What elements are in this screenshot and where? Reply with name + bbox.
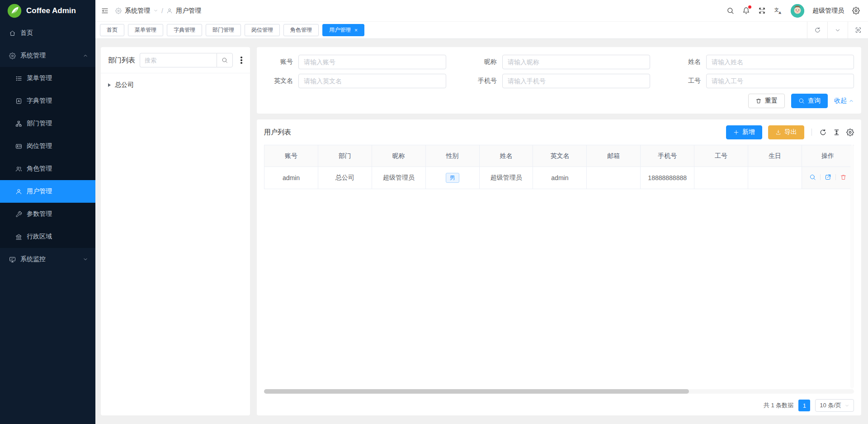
sidebar-item-post-management[interactable]: 岗位管理 <box>0 135 95 157</box>
chevron-down-icon[interactable] <box>827 22 848 38</box>
user-icon <box>15 188 22 195</box>
sidebar-item-param-management[interactable]: 参数管理 <box>0 203 95 225</box>
edit-row-icon[interactable] <box>825 174 831 181</box>
horizontal-scrollbar-track <box>264 389 854 394</box>
reset-button[interactable]: 重置 <box>748 94 785 108</box>
sidebar-item-label: 菜单管理 <box>27 74 52 82</box>
add-user-button[interactable]: 新增 <box>726 125 762 139</box>
toolbar-actions: 新增 导出 <box>726 125 854 139</box>
sidebar-item-system-monitor[interactable]: 系统监控 <box>0 248 95 271</box>
trash-icon <box>755 98 762 104</box>
cell-en-name: admin <box>533 167 587 189</box>
tab-dept-management[interactable]: 部门管理 <box>206 24 241 36</box>
cell-nickname: 超级管理员 <box>372 167 425 189</box>
tab-dict-management[interactable]: 字典管理 <box>167 24 202 36</box>
sidebar-item-role-management[interactable]: 角色管理 <box>0 157 95 180</box>
tabs: 首页 菜单管理 字典管理 部门管理 岗位管理 角色管理 用户管理 × <box>95 22 807 38</box>
tab-menu-management[interactable]: 菜单管理 <box>128 24 163 36</box>
collapse-filters-link[interactable]: 收起 <box>834 97 854 105</box>
refresh-table-icon[interactable] <box>819 129 827 136</box>
maximize-icon[interactable] <box>848 22 868 38</box>
cell-email <box>587 167 641 189</box>
page-size-select[interactable]: 10 条/页 <box>815 399 854 412</box>
org-chart-icon <box>15 120 22 127</box>
nickname-input[interactable] <box>502 55 650 69</box>
name-input[interactable] <box>706 55 854 69</box>
user-table-card: 用户列表 新增 <box>257 119 861 415</box>
tab-user-management[interactable]: 用户管理 × <box>322 24 364 36</box>
more-options-icon[interactable] <box>237 57 245 64</box>
department-tree: 总公司 <box>101 73 250 97</box>
tab-role-management[interactable]: 角色管理 <box>283 24 319 36</box>
users-icon <box>15 166 22 172</box>
sidebar-item-dept-management[interactable]: 部门管理 <box>0 112 95 135</box>
row-height-icon[interactable] <box>833 129 840 136</box>
translate-icon[interactable]: 文A <box>774 6 783 15</box>
download-icon <box>775 129 781 135</box>
cell-dept: 总公司 <box>318 167 372 189</box>
job-no-input[interactable] <box>706 74 854 88</box>
sidebar-item-home[interactable]: 首页 <box>0 22 95 44</box>
gear-icon <box>9 52 16 59</box>
account-input[interactable] <box>298 55 446 69</box>
notification-bell-icon[interactable] <box>742 7 750 14</box>
cell-phone: 18888888888 <box>641 167 694 189</box>
breadcrumb-parent[interactable]: 系统管理 <box>125 7 150 15</box>
header-left: 系统管理 / 用户管理 <box>101 7 201 15</box>
cell-account: admin <box>264 167 318 189</box>
app-logo[interactable]: Coffee Admin <box>0 0 95 22</box>
sidebar-item-admin-region[interactable]: 行政区域 <box>0 225 95 248</box>
delete-row-icon[interactable] <box>840 174 847 181</box>
current-user-name[interactable]: 超级管理员 <box>812 7 844 15</box>
col-account: 账号 <box>264 145 318 167</box>
avatar[interactable] <box>791 4 804 18</box>
chevron-down-icon <box>83 257 88 262</box>
cell-actions <box>802 167 854 189</box>
page-1-button[interactable]: 1 <box>798 400 810 411</box>
department-search-input[interactable] <box>140 53 217 67</box>
chevron-down-icon <box>153 8 158 13</box>
tab-home[interactable]: 首页 <box>100 24 124 36</box>
field-label: 昵称 <box>468 58 497 66</box>
view-row-icon[interactable] <box>809 174 816 181</box>
user-icon <box>166 8 173 14</box>
sidebar-item-system-management[interactable]: 系统管理 <box>0 44 95 67</box>
content-area: 部门列表 总公司 <box>95 39 868 424</box>
fullscreen-icon[interactable] <box>758 7 766 14</box>
refresh-icon[interactable] <box>807 22 827 38</box>
filter-form: 账号 昵称 姓名 英文名 <box>264 55 854 88</box>
collapse-sidebar-icon[interactable] <box>101 7 109 15</box>
phone-input[interactable] <box>502 74 650 88</box>
column-settings-gear-icon[interactable] <box>846 129 854 136</box>
query-button[interactable]: 查询 <box>791 94 828 108</box>
tab-post-management[interactable]: 岗位管理 <box>245 24 280 36</box>
field-account: 账号 <box>264 55 446 69</box>
table-header-row: 账号 部门 昵称 性别 姓名 英文名 邮箱 手机号 工号 生日 <box>264 145 854 167</box>
search-icon[interactable] <box>726 7 734 14</box>
department-search-button[interactable] <box>217 53 233 67</box>
close-icon[interactable]: × <box>354 27 358 33</box>
col-gender: 性别 <box>425 145 479 167</box>
wrench-icon <box>15 211 22 218</box>
search-icon <box>798 98 805 104</box>
sidebar-item-label: 用户管理 <box>27 187 52 195</box>
sidebar-item-menu-management[interactable]: 菜单管理 <box>0 67 95 90</box>
sidebar-item-user-management[interactable]: 用户管理 <box>0 180 95 203</box>
filter-actions: 重置 查询 收起 <box>264 94 854 108</box>
sidebar-item-dict-management[interactable]: 字典管理 <box>0 90 95 112</box>
export-button[interactable]: 导出 <box>768 125 804 139</box>
tree-item-root-company[interactable]: 总公司 <box>101 78 250 92</box>
horizontal-scrollbar-thumb[interactable] <box>264 389 689 394</box>
col-en-name: 英文名 <box>533 145 587 167</box>
svg-text:A: A <box>778 11 781 15</box>
breadcrumb-current: 用户管理 <box>176 7 201 15</box>
vertical-scrollbar[interactable] <box>850 145 854 388</box>
sidebar-item-label: 行政区域 <box>27 233 52 241</box>
sidebar-item-label: 部门管理 <box>27 119 52 128</box>
settings-gear-icon[interactable] <box>852 7 860 14</box>
en-name-input[interactable] <box>298 74 446 88</box>
id-card-icon <box>15 143 22 150</box>
caret-right-icon[interactable] <box>108 83 111 87</box>
toolbar-divider <box>811 129 812 136</box>
main-area: 系统管理 / 用户管理 <box>95 0 868 424</box>
